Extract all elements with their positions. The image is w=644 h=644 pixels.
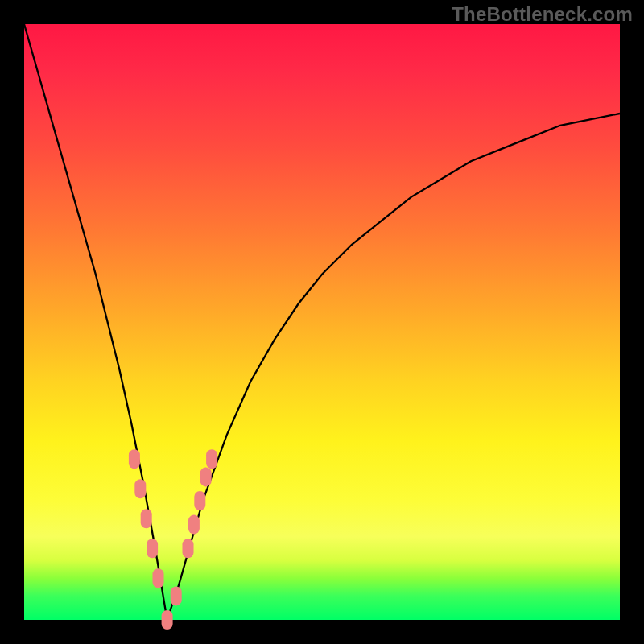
marker-bead bbox=[200, 467, 212, 486]
marker-bead bbox=[206, 449, 217, 469]
marker-bead bbox=[194, 491, 205, 510]
marker-bead bbox=[188, 515, 200, 535]
marker-bead bbox=[183, 539, 194, 558]
marker-bead bbox=[153, 568, 164, 588]
plot-area bbox=[24, 24, 620, 620]
marker-bead bbox=[162, 610, 173, 630]
chart-frame: TheBottleneck.com bbox=[0, 0, 644, 644]
marker-bead bbox=[171, 586, 182, 605]
curve-layer bbox=[24, 24, 620, 620]
watermark-text: TheBottleneck.com bbox=[452, 3, 633, 26]
marker-bead bbox=[134, 479, 146, 498]
marker-bead bbox=[147, 539, 158, 558]
marker-bead bbox=[129, 449, 140, 469]
bottleneck-curve bbox=[24, 24, 620, 620]
marker-bead bbox=[141, 509, 152, 528]
